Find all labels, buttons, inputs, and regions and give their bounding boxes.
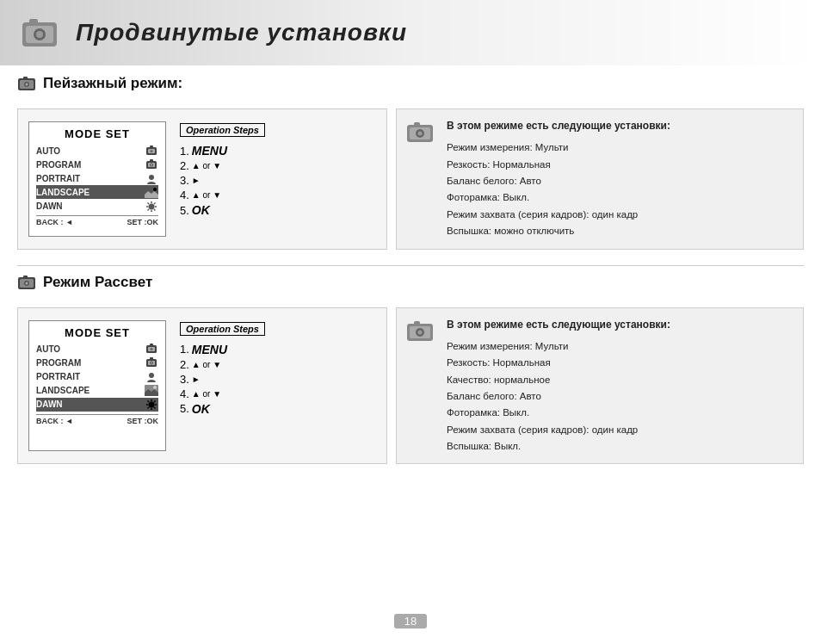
op-step-dawn-3: 4. ▲ or ▼ <box>180 387 318 400</box>
info-title-landscape: В этом режиме есть следующие установки: <box>447 118 791 134</box>
info-title-dawn: В этом режиме есть следующие установки: <box>447 317 791 333</box>
page-badge: 18 <box>394 614 427 629</box>
mode-row-icon-landscape-2 <box>145 172 158 184</box>
mode-row-icon-landscape-4 <box>145 200 158 212</box>
mode-set-dawn: MODE SET AUTO PROGRAM PORTRAIT LANDSCAPE… <box>28 320 166 452</box>
section-title-label-dawn: Режим Рассвет <box>43 274 152 291</box>
operation-steps-landscape: Operation Steps1. MENU2. ▲ or ▼3. ►4. ▲ … <box>180 121 318 237</box>
footer-set-dawn: SET :OK <box>127 417 158 425</box>
mode-label-landscape-2: PORTRAIT <box>36 174 80 183</box>
info-line-dawn-1: Резкость: Нормальная <box>447 355 791 370</box>
right-panel-dawn: В этом режиме есть следующие установки: … <box>396 307 804 465</box>
left-panel-landscape: MODE SET AUTO PROGRAM PORTRAIT LANDSCAPE… <box>17 108 387 250</box>
svg-point-12 <box>151 150 153 152</box>
section-title-landscape: Пейзажный режим: <box>17 74 804 93</box>
page-number-area: 18 <box>0 614 821 629</box>
svg-line-58 <box>148 401 150 403</box>
svg-line-61 <box>154 401 156 403</box>
section-body-dawn: MODE SET AUTO PROGRAM PORTRAIT LANDSCAPE… <box>0 299 821 474</box>
mode-label-dawn-0: AUTO <box>36 344 60 354</box>
svg-rect-13 <box>150 146 153 148</box>
footer-set-landscape: SET :OK <box>127 218 158 226</box>
svg-rect-9 <box>23 77 28 79</box>
info-line-landscape-0: Режим измерения: Мульти <box>447 139 791 155</box>
svg-line-59 <box>154 407 156 409</box>
mode-row-landscape-1: PROGRAM <box>36 158 158 171</box>
info-line-dawn-0: Режим измерения: Мульти <box>447 338 791 354</box>
info-line-dawn-3: Баланс белого: Авто <box>447 388 791 404</box>
mode-set-footer-landscape: BACK : ◄ SET :OK <box>36 215 158 226</box>
mode-label-landscape-0: AUTO <box>36 146 60 156</box>
op-step-label-landscape-4: OK <box>192 203 210 217</box>
mode-row-landscape-3: LANDSCAPE <box>36 185 158 199</box>
svg-point-50 <box>149 373 154 378</box>
svg-point-19 <box>149 175 154 180</box>
op-step-arrows-dawn-1: ▲ or ▼ <box>192 360 221 369</box>
svg-point-52 <box>153 386 157 389</box>
op-step-arrows-landscape-3: ▲ or ▼ <box>192 190 221 200</box>
mode-row-icon-dawn-3 <box>145 385 158 397</box>
right-panel-camera-icon-dawn <box>405 317 435 346</box>
mode-row-dawn-4: DAWN <box>36 398 158 412</box>
footer-back-landscape: BACK : ◄ <box>36 218 73 226</box>
mode-label-dawn-1: PROGRAM <box>36 358 81 368</box>
info-line-landscape-4: Режим захвата (серия кадров): один кадр <box>447 207 791 222</box>
svg-rect-35 <box>414 122 420 127</box>
op-step-landscape-2: 3. ► <box>180 174 318 187</box>
svg-line-30 <box>154 202 156 204</box>
svg-line-29 <box>148 209 150 211</box>
mode-label-landscape-4: DAWN <box>36 201 63 211</box>
right-panel-landscape: В этом режиме есть следующие установки: … <box>396 108 804 250</box>
mode-label-dawn-2: PORTRAIT <box>36 372 80 381</box>
right-panel-content-dawn: В этом режиме есть следующие установки: … <box>447 317 791 455</box>
mode-label-landscape-1: PROGRAM <box>36 160 81 170</box>
mode-row-icon-dawn-4 <box>145 399 158 411</box>
svg-rect-40 <box>23 276 28 278</box>
mode-label-landscape-3: LANDSCAPE <box>36 188 90 197</box>
svg-point-39 <box>26 282 28 284</box>
svg-point-48 <box>151 362 152 364</box>
svg-line-28 <box>154 209 156 211</box>
header-camera-icon <box>17 10 62 55</box>
section-icon-landscape <box>17 74 36 93</box>
mode-row-icon-landscape-0 <box>145 145 158 157</box>
mode-label-dawn-4: DAWN <box>36 399 63 409</box>
op-steps-header-landscape: Operation Steps <box>180 123 265 137</box>
info-line-landscape-5: Вспышка: можно отключить <box>447 223 791 238</box>
section-icon-dawn <box>17 273 36 292</box>
right-panel-content-landscape: В этом режиме есть следующие установки: … <box>447 118 791 239</box>
mode-label-dawn-3: LANDSCAPE <box>36 386 90 395</box>
op-step-landscape-3: 4. ▲ or ▼ <box>180 189 318 201</box>
info-line-landscape-2: Баланс белого: Авто <box>447 173 791 189</box>
mode-row-landscape-2: PORTRAIT <box>36 171 158 185</box>
footer-back-dawn: BACK : ◄ <box>36 417 73 425</box>
op-step-label-landscape-0: MENU <box>192 144 227 158</box>
section-title-dawn: Режим Рассвет <box>17 273 804 292</box>
mode-row-icon-dawn-2 <box>145 371 158 383</box>
page-header: Продвинутые установки <box>0 0 821 65</box>
mode-row-dawn-3: LANDSCAPE <box>36 384 158 398</box>
svg-rect-4 <box>29 19 38 24</box>
op-step-arrows-landscape-2: ► <box>192 176 201 185</box>
right-panel-camera-icon-landscape <box>405 118 435 147</box>
svg-point-22 <box>149 203 155 209</box>
mode-set-footer-dawn: BACK : ◄ SET :OK <box>36 414 158 425</box>
op-step-arrows-dawn-2: ► <box>192 375 201 384</box>
info-line-dawn-6: Вспышка: Выкл. <box>447 438 791 454</box>
mode-row-dawn-2: PORTRAIT <box>36 370 158 384</box>
op-step-dawn-1: 2. ▲ or ▼ <box>180 358 318 371</box>
left-panel-dawn: MODE SET AUTO PROGRAM PORTRAIT LANDSCAPE… <box>17 307 387 465</box>
info-line-dawn-2: Качество: нормальное <box>447 372 791 387</box>
svg-rect-44 <box>150 344 153 346</box>
svg-point-8 <box>26 84 28 86</box>
op-step-label-dawn-0: MENU <box>192 343 227 356</box>
section-divider-1 <box>17 265 804 266</box>
svg-point-34 <box>418 132 423 136</box>
info-line-landscape-1: Резкость: Нормальная <box>447 157 791 172</box>
op-step-arrows-landscape-1: ▲ or ▼ <box>192 161 221 170</box>
op-step-landscape-0: 1. MENU <box>180 144 318 158</box>
mode-row-landscape-4: DAWN <box>36 199 158 213</box>
svg-point-3 <box>36 31 43 38</box>
mode-set-title-landscape: MODE SET <box>36 127 158 140</box>
mode-set-landscape: MODE SET AUTO PROGRAM PORTRAIT LANDSCAPE… <box>28 121 166 237</box>
